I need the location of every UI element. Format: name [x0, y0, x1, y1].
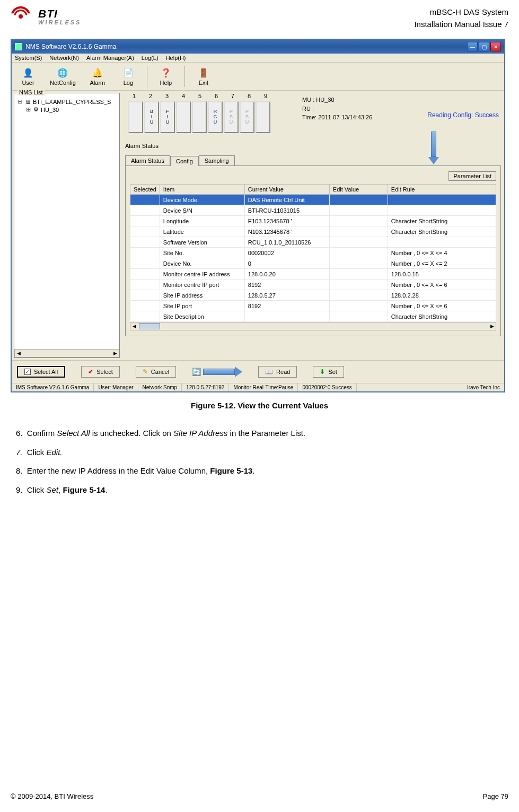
user-button[interactable]: 👤User: [15, 65, 41, 88]
select-all-checkbox[interactable]: ✓: [24, 369, 31, 375]
table-cell: Number , 0 <= X <= 6: [388, 301, 496, 311]
table-header[interactable]: Item: [160, 185, 244, 195]
help-button[interactable]: ❓Help: [153, 65, 179, 88]
slot-number: 8: [244, 93, 254, 99]
table-scrollbar[interactable]: ◀▶: [130, 322, 496, 330]
table-cell: DAS Remote Ctrl Unit: [244, 195, 329, 205]
tab-sampling[interactable]: Sampling: [199, 155, 235, 165]
table-header[interactable]: Selected: [130, 185, 160, 195]
tree-root-label: BTI_EXAMPLE_CYPRESS_S: [33, 99, 111, 105]
footer-buttons: ✓ Select All ✔ Select ✎ Cancel 🔄 📖 Read …: [12, 360, 504, 383]
mu-value: HU_30: [316, 97, 334, 103]
set-button[interactable]: ⬇ Set: [313, 366, 344, 378]
table-row[interactable]: Monitor centre IP address128.0.0.20128.0…: [130, 269, 496, 280]
toolbar: 👤User🌐NetConfig🔔Alarm📄Log❓Help🚪Exit: [12, 63, 504, 91]
table-row[interactable]: LongitudeE103.12345678 'Character ShortS…: [130, 216, 496, 226]
close-button[interactable]: ✕: [490, 42, 501, 51]
tab-config[interactable]: Config: [170, 156, 199, 166]
read-label: Read: [276, 369, 290, 375]
table-cell: Longitude: [160, 216, 244, 226]
table-row[interactable]: Device ModeDAS Remote Ctrl Unit: [130, 195, 496, 205]
status-cell: 128.0.5.27:8192: [182, 383, 229, 391]
table-cell: 128.0.5.27: [244, 290, 329, 301]
table-row[interactable]: Software VersionRCU_1.0.1.0_20110526: [130, 237, 496, 248]
time-value: 2011-07-13/14:43:26: [318, 114, 372, 120]
cancel-label: Cancel: [151, 369, 169, 375]
table-cell: Character ShortString: [388, 216, 496, 226]
tree-child-label: HU_30: [41, 107, 59, 113]
table-row[interactable]: LatitudeN103.12345678 'Character ShortSt…: [130, 226, 496, 237]
table-header[interactable]: Edit Rule: [388, 185, 496, 195]
slot-box[interactable]: [256, 101, 270, 133]
menu-item[interactable]: Help(H): [166, 55, 186, 61]
slot-box[interactable]: [176, 101, 191, 133]
maximize-button[interactable]: ▢: [479, 42, 489, 51]
status-cell: Monitor Real-Time:Pause: [229, 383, 298, 391]
table-cell: [388, 205, 496, 216]
table-row[interactable]: Site IP address128.0.5.27128.0.2.28: [130, 290, 496, 301]
log-button[interactable]: 📄Log: [115, 65, 142, 88]
read-button[interactable]: 📖 Read: [258, 366, 297, 378]
table-row[interactable]: Site IP port8192Number , 0 <= X <= 6: [130, 301, 496, 311]
alarm-button[interactable]: 🔔Alarm: [84, 65, 111, 88]
menu-item[interactable]: System(S): [15, 55, 42, 61]
table-cell: Character ShortString: [388, 226, 496, 237]
exit-button[interactable]: 🚪Exit: [190, 65, 217, 88]
table-cell: Monitor centre IP address: [160, 269, 244, 280]
copyright: © 2009-2014, BTI Wireless: [11, 792, 93, 800]
status-cell: IMS Software V2.6.1.6 Gamma: [12, 383, 94, 391]
table-row[interactable]: Device S/NBTI-RCU-11031015: [130, 205, 496, 216]
table-header[interactable]: Edit Value: [329, 185, 388, 195]
table-cell: [130, 205, 160, 216]
alarm-button-icon: 🔔: [92, 67, 103, 78]
slot-box[interactable]: PSU: [240, 101, 254, 133]
table-cell: [130, 237, 160, 248]
table-cell: [130, 248, 160, 258]
slot-box[interactable]: RCU: [208, 101, 223, 133]
instruction-item: 7. Click Edit.: [16, 444, 503, 461]
select-all-button[interactable]: ✓ Select All: [17, 366, 65, 378]
table-cell: [329, 311, 388, 322]
netconfig-button[interactable]: 🌐NetConfig: [46, 65, 80, 88]
tab-row: Alarm Status Config Sampling: [125, 155, 501, 165]
tree-root[interactable]: ⊟ 🖥 BTI_EXAMPLE_CYPRESS_S: [16, 98, 117, 106]
page-footer: © 2009-2014, BTI Wireless Page 79: [11, 792, 508, 800]
slot-box[interactable]: PSU: [224, 101, 239, 133]
table-row[interactable]: Monitor centre IP port8192Number , 0 <= …: [130, 280, 496, 290]
table-cell: E103.12345678 ': [244, 216, 329, 226]
table-cell: Device Mode: [160, 195, 244, 205]
slot-box[interactable]: BIU: [144, 101, 159, 133]
status-cell: 00020002:0 Success: [298, 383, 356, 391]
table-header[interactable]: Current Value: [244, 185, 329, 195]
parameter-list-button[interactable]: Parameter List: [448, 171, 496, 181]
menu-item[interactable]: Alarm Manager(A): [86, 55, 134, 61]
tab-alarm-status[interactable]: Alarm Status: [125, 155, 170, 165]
tool-label: Exit: [199, 80, 208, 86]
cancel-button[interactable]: ✎ Cancel: [136, 366, 176, 378]
table-cell: 0: [244, 258, 329, 269]
table-row[interactable]: Site DescriptionCharacter ShortString: [130, 311, 496, 322]
menu-item[interactable]: Network(N): [49, 55, 79, 61]
slot-number: 4: [179, 93, 188, 99]
tree-child[interactable]: ⊞ ⚙ HU_30: [16, 106, 117, 113]
slot-box[interactable]: [192, 101, 207, 133]
tree-scrollbar[interactable]: ◀▶: [14, 349, 119, 357]
table-cell: [329, 269, 388, 280]
select-button[interactable]: ✔ Select: [81, 366, 120, 378]
table-cell: [130, 216, 160, 226]
slot-number: 6: [212, 93, 221, 99]
table-cell: [130, 269, 160, 280]
table-cell: [329, 237, 388, 248]
refresh-icon[interactable]: 🔄: [192, 368, 201, 376]
table-cell: RCU_1.0.1.0_20110526: [244, 237, 329, 248]
slot-number: 1: [129, 93, 139, 99]
slot-box[interactable]: [128, 101, 143, 133]
menu-item[interactable]: Log(L): [142, 55, 159, 61]
table-cell: [329, 280, 388, 290]
table-row[interactable]: Device No.0Number , 0 <= X <= 2: [130, 258, 496, 269]
slot-box[interactable]: FIU: [160, 101, 175, 133]
table-row[interactable]: Site No.00020002Number , 0 <= X <= 4: [130, 248, 496, 258]
instruction-item: 9. Click Set, Figure 5-14.: [16, 482, 503, 499]
minimize-button[interactable]: —: [467, 42, 478, 51]
select-label: Select: [96, 369, 113, 375]
